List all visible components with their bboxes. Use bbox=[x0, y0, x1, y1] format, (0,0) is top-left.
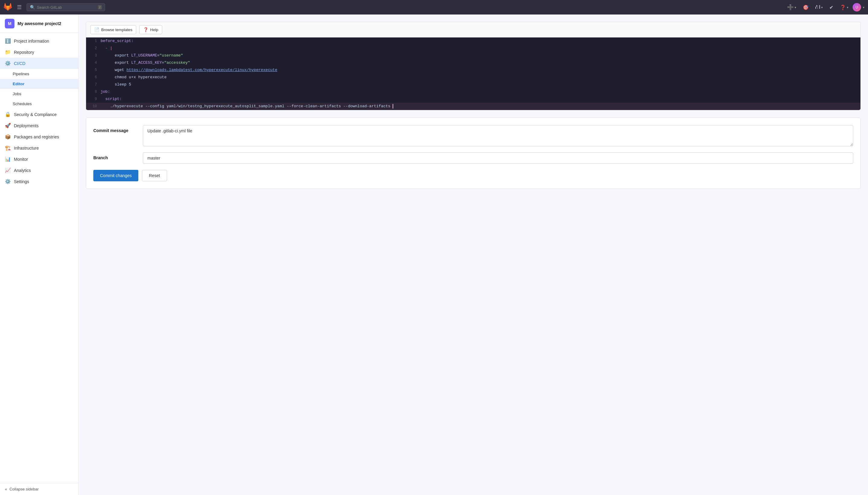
create-button[interactable]: ➕ ▾ bbox=[785, 3, 799, 12]
line-number: 4 bbox=[86, 59, 101, 67]
code-editor-panel: 📄 Browse templates ❓ Help 1before_script… bbox=[86, 22, 861, 110]
sidebar-item-pipelines[interactable]: Pipelines bbox=[0, 69, 78, 79]
sidebar-item-editor[interactable]: Editor bbox=[0, 79, 78, 89]
security-icon: 🔒 bbox=[5, 112, 11, 117]
todos-button[interactable]: ✔ bbox=[827, 3, 836, 12]
chevron-down-icon: ▾ bbox=[847, 6, 848, 9]
sidebar-item-monitor[interactable]: 📊 Monitor bbox=[0, 154, 78, 165]
line-content: export LT_ACCESS_KEY="accesskey" bbox=[101, 59, 861, 67]
sidebar-item-label: Monitor bbox=[14, 157, 28, 162]
search-shortcut: / bbox=[98, 5, 102, 10]
commit-message-label: Commit message bbox=[93, 125, 136, 133]
browse-templates-button[interactable]: 📄 Browse templates bbox=[90, 25, 136, 34]
help-button[interactable]: ❓ Help bbox=[139, 25, 162, 34]
avatar[interactable]: U bbox=[853, 3, 861, 12]
commit-form: Commit message Branch Commit changes Res… bbox=[86, 118, 861, 189]
cicd-icon: ⚙️ bbox=[5, 61, 11, 66]
sidebar-nav: ℹ️ Project information 📁 Repository ⚙️ C… bbox=[0, 33, 78, 483]
code-line: 8job: bbox=[86, 88, 861, 96]
sidebar-item-label: CI/CD bbox=[14, 61, 25, 66]
sidebar-item-label: Editor bbox=[13, 82, 24, 86]
browse-templates-label: Browse templates bbox=[101, 28, 132, 32]
sidebar-item-label: Settings bbox=[14, 179, 29, 184]
line-number: 6 bbox=[86, 74, 101, 81]
line-content: - | bbox=[101, 45, 861, 52]
help-icon: ❓ bbox=[143, 27, 148, 32]
line-number: 9 bbox=[86, 96, 101, 103]
form-actions: Commit changes Reset bbox=[93, 170, 853, 181]
sidebar-item-deployments[interactable]: 🚀 Deployments bbox=[0, 120, 78, 131]
search-input[interactable] bbox=[37, 5, 96, 10]
collapse-icon: « bbox=[5, 487, 7, 491]
sidebar-item-packages-registries[interactable]: 📦 Packages and registries bbox=[0, 131, 78, 142]
merge-requests-button[interactable]: ⛙ ▾ bbox=[813, 3, 825, 11]
reset-button[interactable]: Reset bbox=[142, 170, 167, 181]
sidebar-item-infrastructure[interactable]: 🏗️ Infrastructure bbox=[0, 142, 78, 154]
code-editor[interactable]: 1before_script:2 - |3 export LT_USERNAME… bbox=[86, 37, 861, 110]
line-content: sleep 5 bbox=[101, 81, 861, 88]
sidebar: M My awesome project2 ℹ️ Project informa… bbox=[0, 15, 78, 495]
commit-message-input[interactable] bbox=[143, 125, 853, 146]
line-number: 2 bbox=[86, 45, 101, 52]
sidebar-item-repository[interactable]: 📁 Repository bbox=[0, 47, 78, 58]
code-line: 3 export LT_USERNAME="username" bbox=[86, 52, 861, 59]
navbar: ☰ 🔍 / ➕ ▾ 🎯 ⛙ ▾ ✔ ❓ ▾ U ▾ bbox=[0, 0, 868, 15]
line-number: 10 bbox=[86, 103, 101, 110]
deployments-icon: 🚀 bbox=[5, 123, 11, 129]
plus-icon: ➕ bbox=[787, 4, 794, 11]
chevron-down-icon: ▾ bbox=[795, 6, 796, 9]
info-icon: ℹ️ bbox=[5, 38, 11, 44]
line-content: before_script: bbox=[101, 37, 861, 45]
sidebar-item-label: Pipelines bbox=[13, 72, 29, 76]
sidebar-item-analytics[interactable]: 📈 Analytics bbox=[0, 165, 78, 176]
line-number: 8 bbox=[86, 88, 101, 96]
sidebar-item-label: Repository bbox=[14, 50, 34, 55]
commit-changes-button[interactable]: Commit changes bbox=[93, 170, 138, 181]
branch-row: Branch bbox=[93, 152, 853, 164]
project-avatar: M bbox=[5, 19, 15, 29]
sidebar-item-label: Packages and registries bbox=[14, 135, 59, 139]
code-line: 10 ./hyperexecute --config yaml/win/test… bbox=[86, 103, 861, 110]
merge-requests-icon: ⛙ bbox=[815, 4, 820, 10]
sidebar-item-label: Security & Compliance bbox=[14, 112, 57, 117]
sidebar-item-label: Project information bbox=[14, 39, 49, 44]
line-number: 5 bbox=[86, 67, 101, 74]
menu-toggle-button[interactable]: ☰ bbox=[15, 3, 23, 12]
issues-button[interactable]: 🎯 bbox=[800, 3, 811, 12]
main-content: 📄 Browse templates ❓ Help 1before_script… bbox=[78, 15, 868, 495]
avatar-initial: U bbox=[856, 5, 858, 10]
sidebar-item-jobs[interactable]: Jobs bbox=[0, 89, 78, 99]
gitlab-logo[interactable] bbox=[4, 3, 12, 12]
code-line: 7 sleep 5 bbox=[86, 81, 861, 88]
line-content: chmod u+x hyperexecute bbox=[101, 74, 861, 81]
collapse-label: Collapse sidebar bbox=[10, 487, 39, 491]
branch-input[interactable] bbox=[143, 152, 853, 164]
project-header[interactable]: M My awesome project2 bbox=[0, 15, 78, 33]
line-number: 1 bbox=[86, 37, 101, 45]
sidebar-item-schedules[interactable]: Schedules bbox=[0, 99, 78, 109]
code-line: 9 script: bbox=[86, 96, 861, 103]
issues-icon: 🎯 bbox=[803, 4, 809, 10]
line-content: job: bbox=[101, 88, 861, 96]
code-line: 1before_script: bbox=[86, 37, 861, 45]
code-line: 4 export LT_ACCESS_KEY="accesskey" bbox=[86, 59, 861, 67]
code-line: 5 wget https://downloads.lambdatest.com/… bbox=[86, 67, 861, 74]
help-icon: ❓ bbox=[840, 4, 846, 10]
sidebar-item-settings[interactable]: ⚙️ Settings bbox=[0, 176, 78, 187]
check-icon: ✔ bbox=[829, 4, 833, 10]
sidebar-item-project-information[interactable]: ℹ️ Project information bbox=[0, 35, 78, 47]
editor-toolbar: 📄 Browse templates ❓ Help bbox=[86, 22, 861, 37]
analytics-icon: 📈 bbox=[5, 167, 11, 173]
help-button[interactable]: ❓ ▾ bbox=[837, 3, 851, 12]
line-number: 7 bbox=[86, 81, 101, 88]
search-bar[interactable]: 🔍 / bbox=[26, 3, 105, 11]
settings-icon: ⚙️ bbox=[5, 178, 11, 184]
sidebar-item-security-compliance[interactable]: 🔒 Security & Compliance bbox=[0, 109, 78, 120]
sidebar-item-cicd[interactable]: ⚙️ CI/CD bbox=[0, 58, 78, 69]
code-line: 6 chmod u+x hyperexecute bbox=[86, 74, 861, 81]
collapse-sidebar-button[interactable]: « Collapse sidebar bbox=[5, 487, 39, 491]
chevron-down-icon: ▾ bbox=[821, 6, 823, 9]
sidebar-item-label: Deployments bbox=[14, 123, 39, 128]
project-initial: M bbox=[8, 21, 12, 26]
help-label: Help bbox=[150, 28, 158, 32]
